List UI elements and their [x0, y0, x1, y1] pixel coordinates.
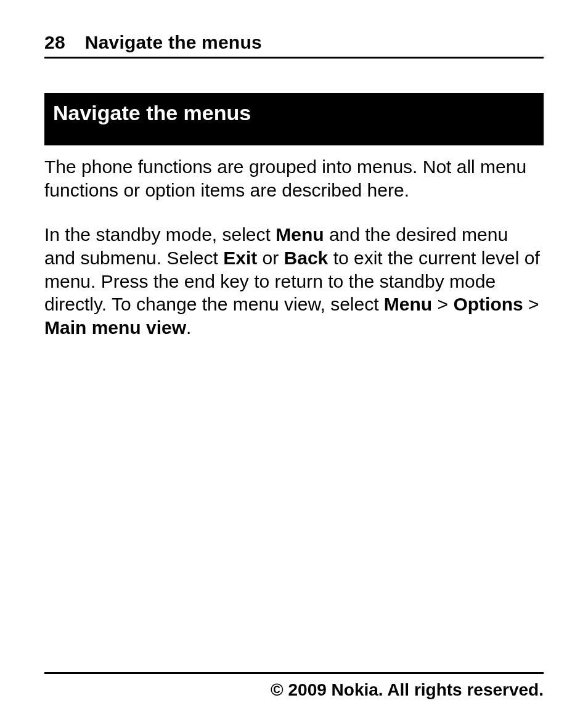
running-header-title: Navigate the menus: [85, 32, 262, 53]
section-title: Navigate the menus: [44, 93, 544, 145]
main-menu-view-label: Main menu view: [44, 317, 186, 338]
text-run: .: [186, 317, 191, 338]
document-page: 28 Navigate the menus Navigate the menus…: [0, 0, 588, 727]
menu-label-2: Menu: [384, 294, 432, 314]
text-run: >: [432, 294, 453, 314]
options-label: Options: [453, 294, 523, 314]
text-run: or: [257, 248, 284, 268]
menu-label: Menu: [276, 224, 324, 245]
paragraph-1: The phone functions are grouped into men…: [44, 155, 544, 202]
running-header: 28 Navigate the menus: [44, 32, 544, 59]
footer: © 2009 Nokia. All rights reserved.: [44, 672, 544, 700]
copyright-text: © 2009 Nokia. All rights reserved.: [271, 680, 544, 699]
text-run: In the standby mode, select: [44, 224, 276, 245]
paragraph-2: In the standby mode, select Menu and the…: [44, 223, 544, 339]
back-label: Back: [284, 248, 329, 268]
page-number: 28: [44, 32, 65, 53]
text-run: >: [523, 294, 539, 314]
exit-label: Exit: [223, 248, 257, 268]
